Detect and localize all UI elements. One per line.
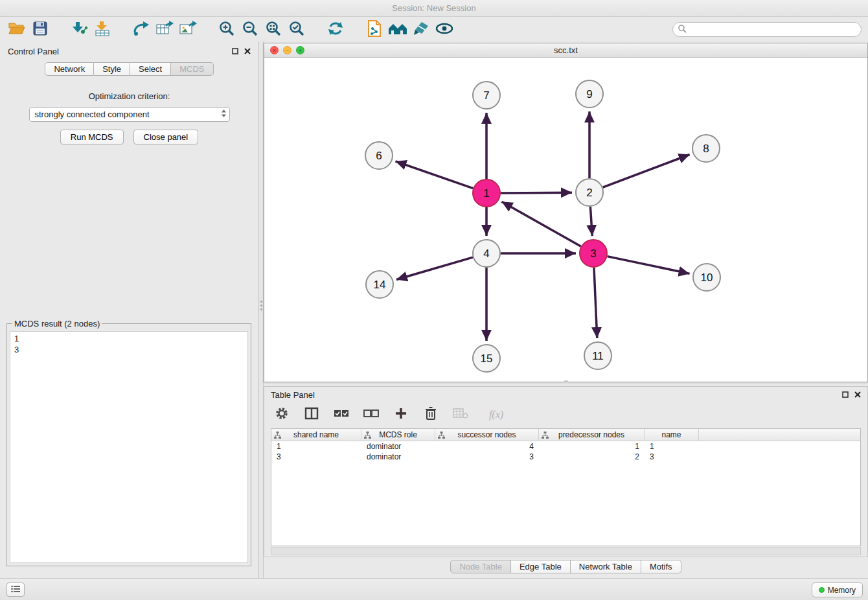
graph-node-9[interactable]: 9 (576, 80, 603, 108)
memory-label: Memory (828, 586, 856, 595)
network-graph[interactable]: 7968124314101511 (264, 58, 867, 382)
column-header-successor-nodes[interactable]: successor nodes (435, 429, 539, 441)
task-history-button[interactable] (6, 583, 25, 597)
zoom-out-button[interactable] (238, 20, 262, 40)
maximize-window-icon[interactable]: + (296, 46, 304, 54)
graph-node-14[interactable]: 14 (366, 271, 393, 298)
graph-node-label: 10 (701, 271, 713, 284)
export-table-button[interactable] (153, 20, 176, 40)
delete-table-button[interactable] (452, 406, 469, 423)
table-row[interactable]: 3 dominator 3 2 3 (271, 452, 860, 462)
tab-mcds[interactable]: MCDS (171, 62, 213, 76)
mcds-result-list[interactable]: 1 3 (10, 331, 248, 563)
export-network-button[interactable] (130, 20, 153, 40)
panel-splitter[interactable] (259, 41, 264, 578)
column-header-predecessor-nodes[interactable]: predecessor nodes (539, 429, 645, 441)
node-table[interactable]: shared name MCDS role successor nodes pr… (271, 428, 861, 546)
graph-node-label: 6 (376, 150, 382, 162)
window-resize-handle[interactable] (564, 380, 568, 382)
create-column-button[interactable] (393, 406, 409, 423)
column-header-shared-name[interactable]: shared name (271, 429, 361, 441)
graph-edge-1-6[interactable] (396, 161, 474, 189)
graph-node-10[interactable]: 10 (693, 264, 720, 291)
zoom-fit-button[interactable] (262, 20, 285, 40)
zoom-in-button[interactable] (215, 20, 238, 40)
network-window-title: scc.txt (554, 45, 578, 55)
tab-edge-table[interactable]: Edge Table (511, 560, 571, 573)
column-tree-icon (438, 432, 445, 441)
graph-edge-4-14[interactable] (396, 257, 473, 279)
cell-predecessor-nodes: 1 (539, 441, 645, 452)
export-image-button[interactable] (176, 20, 200, 40)
optimization-criterion-label: Optimization criterion: (0, 91, 258, 101)
graph-node-2[interactable]: 2 (576, 179, 603, 206)
optimization-criterion-select[interactable]: strongly connected component (29, 107, 230, 122)
mcds-result-item[interactable]: 1 (14, 333, 244, 344)
close-panel-icon[interactable] (244, 47, 251, 56)
minimize-window-icon[interactable]: − (283, 46, 291, 54)
unselect-all-columns-button[interactable] (363, 406, 380, 423)
graph-edge-2-8[interactable] (603, 155, 690, 188)
graph-node-8[interactable]: 8 (692, 135, 720, 162)
table-horizontal-scrollbar[interactable] (271, 547, 861, 555)
zoom-selected-icon (288, 20, 305, 40)
tab-motifs[interactable]: Motifs (641, 560, 681, 573)
table-settings-button[interactable] (273, 406, 290, 423)
column-label: name (661, 430, 681, 439)
column-header-name[interactable]: name (645, 429, 699, 441)
float-table-panel-icon[interactable] (842, 390, 849, 400)
graph-node-6[interactable]: 6 (365, 142, 393, 169)
close-window-icon[interactable]: × (270, 46, 279, 54)
memory-button[interactable]: Memory (812, 583, 863, 597)
save-session-button[interactable] (29, 20, 52, 40)
graph-node-11[interactable]: 11 (584, 342, 611, 369)
trash-icon (425, 406, 437, 423)
graph-node-3[interactable]: 3 (580, 240, 607, 267)
ndex-home-button[interactable] (386, 20, 409, 40)
unchecked-boxes-icon (363, 409, 379, 421)
column-header-mcds-role[interactable]: MCDS role (361, 429, 435, 441)
graph-edge-3-1[interactable] (502, 202, 581, 246)
table-panel: Table Panel (264, 386, 868, 557)
graph-node-1[interactable]: 1 (473, 179, 500, 207)
function-builder-button[interactable]: f(x) (482, 406, 510, 423)
delete-column-button[interactable] (422, 406, 439, 423)
close-table-panel-icon[interactable] (854, 390, 861, 400)
open-session-button[interactable] (5, 20, 29, 40)
table-row[interactable]: 1 dominator 4 1 1 (271, 441, 860, 452)
show-columns-button[interactable] (303, 406, 320, 423)
cell-mcds-role: dominator (361, 441, 435, 452)
graph-edge-1-2[interactable] (501, 192, 572, 193)
import-table-button[interactable] (91, 20, 114, 40)
show-hide-button[interactable] (433, 20, 456, 40)
graph-node-4[interactable]: 4 (473, 240, 500, 267)
tab-select[interactable]: Select (130, 62, 171, 76)
tab-style[interactable]: Style (94, 62, 130, 76)
toolbar-search[interactable] (672, 22, 862, 37)
network-window-titlebar[interactable]: × − + scc.txt (264, 43, 867, 58)
import-network-button[interactable] (67, 20, 91, 40)
graph-node-15[interactable]: 15 (473, 345, 500, 372)
close-panel-button[interactable]: Close panel (133, 130, 199, 144)
gear-icon (275, 406, 289, 423)
style-brush-button[interactable] (409, 20, 433, 40)
column-label: MCDS role (379, 430, 417, 439)
zoom-selected-button[interactable] (285, 20, 308, 40)
clone-network-button[interactable] (363, 20, 386, 40)
search-input[interactable] (687, 24, 861, 35)
graph-edge-2-3[interactable] (590, 207, 592, 236)
graph-edge-3-11[interactable] (594, 268, 597, 338)
tab-network[interactable]: Network (45, 62, 94, 76)
run-mcds-button[interactable]: Run MCDS (60, 130, 124, 144)
select-all-columns-button[interactable] (333, 406, 350, 423)
tab-network-table[interactable]: Network Table (571, 560, 641, 573)
checked-boxes-icon (334, 409, 349, 421)
network-canvas[interactable]: 7968124314101511 (264, 58, 867, 382)
graph-node-7[interactable]: 7 (473, 82, 500, 109)
refresh-button[interactable] (324, 20, 347, 40)
mcds-result-item[interactable]: 3 (14, 344, 244, 355)
float-panel-icon[interactable] (232, 47, 238, 56)
graph-node-label: 8 (703, 143, 709, 155)
graph-edge-3-10[interactable] (608, 257, 690, 274)
tab-node-table[interactable]: Node Table (450, 560, 511, 573)
